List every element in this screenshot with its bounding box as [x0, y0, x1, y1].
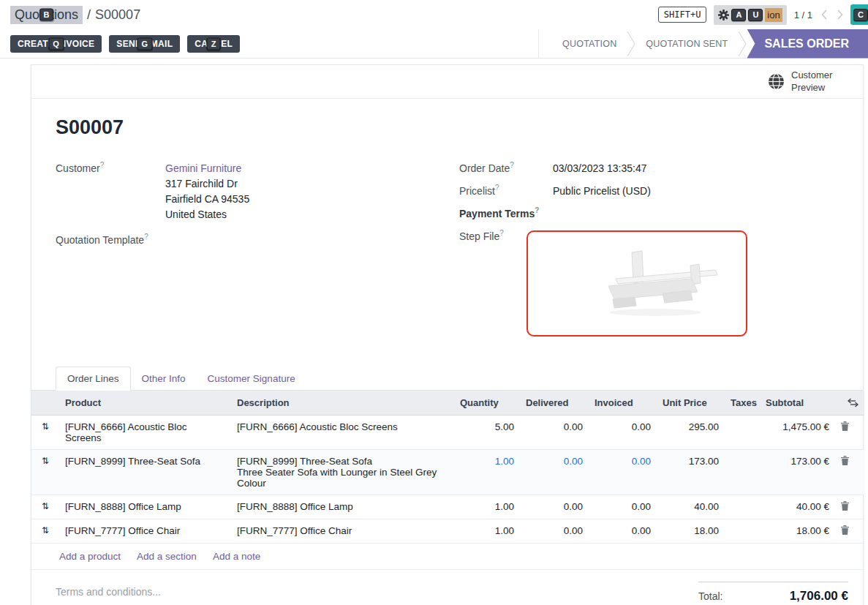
pager-previous-button[interactable] — [821, 9, 828, 20]
drag-handle-icon[interactable]: ⇅ — [31, 416, 59, 450]
trash-icon[interactable] — [841, 501, 849, 511]
cell-invoiced[interactable]: 0.00 — [589, 519, 657, 544]
action-menu-partial-label: ion — [765, 8, 782, 22]
cell-delivered[interactable]: 0.00 — [520, 519, 589, 544]
tab-other-info[interactable]: Other Info — [131, 367, 197, 390]
order-date-value[interactable]: 03/03/2023 13:35:47 — [553, 161, 646, 176]
stage-quotation-sent[interactable]: QUOTATION SENT — [635, 39, 738, 49]
action-menu-button[interactable]: A U ion — [714, 5, 786, 25]
stage-sales-order-active[interactable]: SALES ORDER — [747, 29, 868, 59]
optional-columns-cell — [835, 391, 864, 416]
cell-product[interactable]: [FURN_8888] Office Lamp — [59, 495, 231, 519]
drag-handle-icon[interactable]: ⇅ — [31, 495, 59, 519]
sheet-footer: Terms and conditions... Total: 1,706.00 … — [31, 570, 863, 605]
send-email-button[interactable]: SEND EMAIL G — [109, 35, 180, 53]
cell-product[interactable]: [FURN_8999] Three-Seat Sofa — [59, 450, 231, 495]
action-buttons: CREATE INVOICE Q SEND EMAIL G CANCEL Z — [10, 29, 240, 58]
trash-icon[interactable] — [841, 525, 849, 535]
drag-handle-icon[interactable]: ⇅ — [31, 519, 59, 544]
column-header-quantity[interactable]: Quantity — [454, 391, 520, 416]
drag-handle-icon[interactable]: ⇅ — [31, 450, 59, 495]
step-file-image-widget[interactable] — [527, 230, 747, 337]
cell-quantity[interactable]: 1.00 — [454, 495, 520, 519]
corner-create-button[interactable]: C — [850, 4, 868, 25]
handle-column-header — [31, 391, 59, 416]
field-grid: Customer? Gemini Furniture 317 Fairchild… — [56, 161, 839, 343]
cell-unit-price[interactable]: 40.00 — [657, 495, 725, 519]
trash-icon[interactable] — [841, 456, 849, 465]
kbd-hint-action-a: A — [731, 9, 746, 21]
add-a-product-link[interactable]: Add a product — [59, 551, 121, 562]
globe-icon — [768, 73, 785, 90]
form-sheet: Customer Preview S00007 Customer? Gemini… — [31, 64, 864, 605]
help-icon: ? — [499, 229, 504, 237]
cell-delivered[interactable]: 0.00 — [520, 416, 589, 450]
tab-customer-signature[interactable]: Customer Signature — [197, 367, 306, 390]
cell-unit-price[interactable]: 18.00 — [657, 519, 725, 544]
cell-delete — [835, 519, 864, 544]
cell-subtotal: 18.00 € — [760, 519, 835, 544]
cell-subtotal: 40.00 € — [760, 495, 835, 519]
help-icon: ? — [510, 161, 514, 169]
cell-delivered[interactable]: 0.00 — [520, 450, 589, 495]
cancel-button[interactable]: CANCEL Z — [187, 35, 240, 53]
sheet-body: S00007 Customer? Gemini Furniture 317 Fa… — [31, 99, 863, 343]
payment-terms-label: Payment Terms? — [459, 206, 553, 219]
totals-box: Total: 1,706.00 € — [698, 582, 848, 604]
quotation-template-label: Quotation Template? — [56, 233, 165, 246]
cell-quantity[interactable]: 5.00 — [454, 416, 520, 450]
cell-product[interactable]: [FURN_6666] Acoustic Bloc Screens — [59, 416, 231, 450]
column-header-description[interactable]: Description — [231, 391, 454, 416]
cell-unit-price[interactable]: 173.00 — [657, 450, 725, 495]
cell-description[interactable]: [FURN_7777] Office Chair — [231, 519, 454, 544]
optional-columns-icon[interactable] — [848, 398, 858, 407]
cell-taxes[interactable] — [725, 519, 760, 544]
cell-quantity[interactable]: 1.00 — [454, 519, 520, 544]
cell-taxes[interactable] — [725, 450, 760, 495]
cell-invoiced[interactable]: 0.00 — [589, 416, 657, 450]
cell-invoiced[interactable]: 0.00 — [589, 495, 657, 519]
pager-next-button[interactable] — [837, 9, 843, 20]
column-header-unit-price[interactable]: Unit Price — [657, 391, 725, 416]
statusbar: QUOTATION QUOTATION SENT SALES ORDER — [538, 29, 868, 58]
customer-preview-row: Customer Preview — [31, 65, 863, 99]
pager-value: 1 / 1 — [794, 10, 812, 20]
cell-delete — [835, 416, 864, 450]
column-header-product[interactable]: Product — [59, 391, 231, 416]
kbd-hint-breadcrumb: B — [39, 9, 54, 21]
cell-taxes[interactable] — [725, 495, 760, 519]
cell-unit-price[interactable]: 295.00 — [657, 416, 725, 450]
terms-and-conditions-input[interactable]: Terms and conditions... — [56, 586, 161, 598]
tab-order-lines[interactable]: Order Lines — [56, 367, 131, 391]
order-lines-table: Product Description Quantity Delivered I… — [31, 391, 864, 544]
cell-invoiced[interactable]: 0.00 — [589, 450, 657, 495]
pricelist-value[interactable]: Public Pricelist (USD) — [553, 184, 651, 199]
column-header-taxes[interactable]: Taxes — [725, 391, 760, 416]
column-header-invoiced[interactable]: Invoiced — [589, 391, 657, 416]
add-a-section-link[interactable]: Add a section — [137, 551, 197, 562]
customer-address-line: United States — [165, 207, 249, 222]
cell-description[interactable]: [FURN_8999] Three-Seat Sofa Three Seater… — [231, 450, 454, 495]
cell-description[interactable]: [FURN_8888] Office Lamp — [231, 495, 454, 519]
trash-icon[interactable] — [841, 421, 849, 431]
cell-delete — [835, 495, 864, 519]
column-header-delivered[interactable]: Delivered — [520, 391, 589, 416]
cell-quantity[interactable]: 1.00 — [454, 450, 520, 495]
column-header-subtotal[interactable]: Subtotal — [760, 391, 835, 416]
pricelist-label: Pricelist? — [459, 184, 553, 197]
cell-delivered[interactable]: 0.00 — [520, 495, 589, 519]
cell-description[interactable]: [FURN_6666] Acoustic Bloc Screens — [231, 416, 454, 450]
stage-quotation[interactable]: QUOTATION — [552, 39, 627, 49]
order-line-row: ⇅ [FURN_6666] Acoustic Bloc Screens [FUR… — [31, 416, 864, 450]
add-a-note-link[interactable]: Add a note — [213, 551, 260, 562]
help-icon: ? — [100, 161, 105, 169]
kbd-hint-send-email: G — [137, 37, 152, 50]
cell-product[interactable]: [FURN_7777] Office Chair — [59, 519, 231, 544]
cell-taxes[interactable] — [725, 416, 760, 450]
notebook-tabs: Order Lines Other Info Customer Signatur… — [31, 367, 863, 391]
create-invoice-button[interactable]: CREATE INVOICE Q — [10, 35, 102, 53]
customer-link[interactable]: Gemini Furniture — [165, 162, 241, 174]
breadcrumb-separator: / — [87, 7, 91, 23]
customer-preview-button[interactable]: Customer Preview — [791, 69, 839, 94]
breadcrumb-quotations-link[interactable]: Quotations B — [10, 6, 83, 24]
